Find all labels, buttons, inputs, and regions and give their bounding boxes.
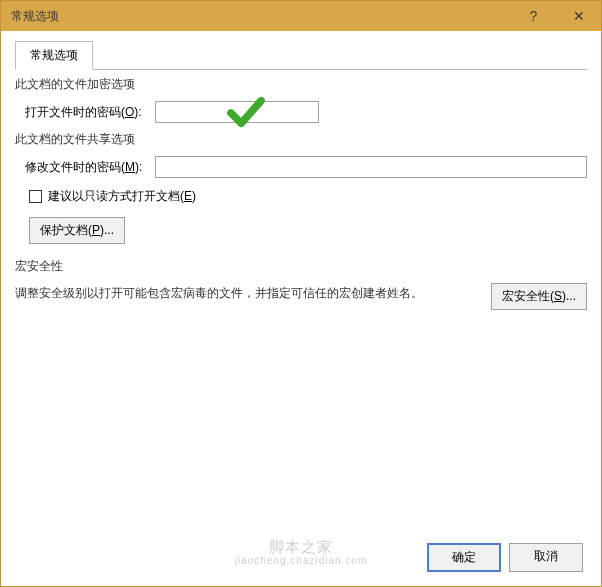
share-section-header: 此文档的文件共享选项: [15, 131, 587, 148]
dialog: 常规选项 ? ✕ 常规选项 此文档的文件加密选项 打开文件时的密码(O): 此文…: [0, 0, 602, 587]
macro-security-button[interactable]: 宏安全性(S)...: [491, 283, 587, 310]
dialog-footer: 确定 取消: [427, 543, 583, 572]
macro-description: 调整安全级别以打开可能包含宏病毒的文件，并指定可信任的宏创建者姓名。: [15, 283, 483, 302]
open-password-input[interactable]: [155, 101, 319, 123]
macro-row: 调整安全级别以打开可能包含宏病毒的文件，并指定可信任的宏创建者姓名。 宏安全性(…: [15, 283, 587, 310]
macro-section-header: 宏安全性: [15, 258, 587, 275]
open-password-input-wrap: [155, 101, 587, 123]
open-password-row: 打开文件时的密码(O):: [25, 101, 587, 123]
dialog-body: 常规选项 此文档的文件加密选项 打开文件时的密码(O): 此文档的文件共享选项 …: [1, 31, 601, 586]
help-button[interactable]: ?: [511, 1, 556, 31]
encrypt-section-header: 此文档的文件加密选项: [15, 76, 587, 93]
modify-password-input[interactable]: [155, 156, 587, 178]
help-icon: ?: [530, 8, 538, 24]
watermark-sub: jiaocheng.chazidian.com: [235, 554, 368, 568]
modify-password-label: 修改文件时的密码(M):: [25, 159, 155, 176]
open-password-label: 打开文件时的密码(O):: [25, 104, 155, 121]
readonly-label: 建议以只读方式打开文档(E): [48, 188, 196, 205]
modify-password-row: 修改文件时的密码(M):: [25, 156, 587, 178]
close-button[interactable]: ✕: [556, 1, 601, 31]
watermark: 脚本之家 jiaocheng.chazidian.com: [235, 540, 368, 568]
tab-strip: 常规选项: [15, 41, 587, 70]
close-icon: ✕: [573, 8, 585, 24]
readonly-row[interactable]: 建议以只读方式打开文档(E): [29, 188, 587, 205]
dialog-title: 常规选项: [11, 8, 59, 25]
cancel-button[interactable]: 取消: [509, 543, 583, 572]
ok-button[interactable]: 确定: [427, 543, 501, 572]
tab-general[interactable]: 常规选项: [15, 41, 93, 70]
readonly-checkbox[interactable]: [29, 190, 42, 203]
protect-document-button[interactable]: 保护文档(P)...: [29, 217, 125, 244]
watermark-main: 脚本之家: [269, 538, 333, 555]
titlebar: 常规选项 ? ✕: [1, 1, 601, 31]
